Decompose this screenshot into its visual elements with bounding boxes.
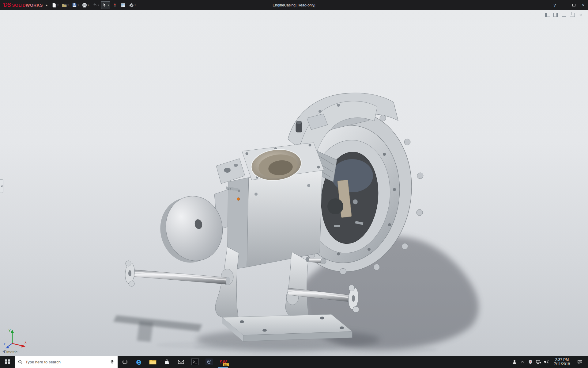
doc-minimize-icon[interactable] — [562, 13, 567, 17]
titlebar: ƊS SOLID WORKS ▸ ▾ ▾ ▾ ▾ ▾ — [0, 0, 588, 10]
rebuild-button[interactable] — [111, 1, 119, 9]
taskbar-apps: e — [118, 356, 230, 368]
logo-text-solid: SOLID — [12, 3, 26, 8]
save-button[interactable]: ▾ — [71, 1, 80, 9]
chevron-down-icon[interactable]: ▾ — [88, 4, 89, 6]
print-button[interactable]: ▾ — [81, 1, 90, 9]
security-tray-button[interactable] — [526, 356, 534, 368]
graphics-viewport[interactable]: × Y X Z *Dimetric — [0, 10, 588, 356]
clock-time: 2:37 PM — [553, 358, 571, 362]
store-button[interactable] — [160, 356, 174, 368]
network-tray-button[interactable] — [534, 356, 542, 368]
dock-pane-right-icon[interactable] — [553, 13, 558, 17]
network-icon — [536, 359, 541, 364]
open-folder-icon — [62, 3, 67, 8]
panel-flyout-tab[interactable] — [0, 179, 3, 193]
cube-icon — [205, 358, 213, 365]
maximize-button[interactable] — [569, 0, 579, 10]
system-tray: 2:37 PM 7/11/2018 — [511, 356, 588, 368]
maximize-icon — [572, 4, 575, 6]
people-button[interactable] — [511, 356, 518, 368]
command-prompt-button[interactable] — [188, 356, 202, 368]
dock-pane-left-icon[interactable] — [545, 13, 550, 17]
show-desktop-button[interactable] — [586, 356, 588, 368]
file-properties-button[interactable] — [119, 1, 127, 9]
engine-casing-model[interactable] — [0, 10, 588, 356]
task-view-button[interactable] — [118, 356, 132, 368]
3d-app-button[interactable] — [202, 356, 216, 368]
volume-tray-button[interactable] — [542, 356, 550, 368]
shield-icon — [528, 360, 533, 364]
selection-point[interactable] — [237, 198, 240, 201]
search-icon — [18, 360, 23, 364]
undo-icon — [92, 3, 97, 8]
options-button[interactable]: ▾ — [128, 1, 137, 9]
file-explorer-button[interactable] — [146, 356, 160, 368]
volume-icon — [544, 360, 549, 364]
store-bag-icon — [164, 359, 170, 365]
undo-button[interactable]: ▾ — [91, 1, 100, 9]
doc-restore-icon[interactable] — [570, 13, 575, 17]
chevron-left-icon — [1, 185, 2, 187]
mail-icon — [178, 359, 184, 364]
task-view-icon — [122, 359, 128, 365]
chevron-down-icon[interactable]: ▾ — [134, 4, 136, 6]
taskbar-clock[interactable]: 2:37 PM 7/11/2018 — [550, 358, 574, 366]
microphone-icon[interactable] — [110, 359, 114, 364]
chevron-down-icon[interactable]: ▾ — [77, 4, 79, 6]
chevron-up-icon — [520, 360, 525, 364]
edge-icon: e — [136, 358, 141, 366]
rebuild-stoplight-icon — [112, 3, 117, 8]
gear-icon — [129, 3, 134, 8]
taskbar: e — [0, 356, 588, 368]
document-window-controls: × — [545, 13, 583, 17]
minimize-icon — [563, 5, 566, 5]
solidworks-logo[interactable]: ƊS SOLID WORKS — [0, 2, 45, 8]
start-button[interactable] — [0, 356, 15, 368]
save-icon — [72, 3, 77, 8]
logo-text-works: WORKS — [26, 3, 43, 8]
clock-date: 7/11/2018 — [553, 362, 571, 366]
chevron-down-icon[interactable]: ▾ — [57, 4, 58, 6]
orientation-triad: Y X Z — [3, 328, 29, 350]
window-controls: ? × — [550, 0, 588, 10]
solidworks-2017-icon: SW 2017 — [219, 358, 228, 366]
chevron-down-icon[interactable]: ▾ — [108, 4, 109, 6]
print-icon — [82, 3, 87, 8]
new-document-icon — [52, 3, 57, 8]
command-prompt-icon — [191, 358, 199, 365]
open-button[interactable]: ▾ — [61, 1, 70, 9]
triad-x-label: X — [24, 341, 27, 344]
solidworks-taskbar-button[interactable]: SW 2017 — [216, 356, 230, 368]
people-icon — [512, 359, 517, 364]
action-center-icon — [577, 359, 582, 365]
menu-flyout-icon[interactable]: ▸ — [45, 3, 51, 7]
select-arrow-icon — [102, 3, 107, 8]
ds-logo-icon: ƊS — [3, 2, 11, 8]
select-tool-button[interactable]: ▾ — [101, 1, 110, 9]
chevron-down-icon[interactable]: ▾ — [67, 4, 69, 6]
file-properties-icon — [121, 3, 126, 8]
file-explorer-icon — [149, 359, 156, 365]
taskbar-search[interactable] — [15, 356, 118, 368]
quick-access-toolbar: ▾ ▾ ▾ ▾ ▾ ▾ — [51, 1, 137, 9]
mail-button[interactable] — [174, 356, 188, 368]
action-center-button[interactable] — [574, 356, 586, 368]
edge-button[interactable]: e — [132, 356, 146, 368]
triad-z-label: Z — [4, 343, 6, 346]
base-plate[interactable] — [222, 314, 352, 341]
chevron-down-icon[interactable]: ▾ — [98, 4, 99, 6]
windows-logo-icon — [5, 359, 10, 364]
minimize-button[interactable] — [560, 0, 569, 10]
close-button[interactable]: × — [579, 0, 588, 10]
help-button[interactable]: ? — [550, 0, 560, 10]
new-document-button[interactable]: ▾ — [51, 1, 60, 9]
tray-overflow-button[interactable] — [518, 356, 526, 368]
search-input[interactable] — [25, 360, 107, 364]
triad-y-label: Y — [9, 329, 11, 332]
mount-rod-left[interactable] — [124, 261, 230, 286]
view-orientation-label: *Dimetric — [2, 350, 17, 354]
sensor-cylinder — [296, 123, 302, 132]
doc-close-icon[interactable]: × — [578, 13, 583, 17]
